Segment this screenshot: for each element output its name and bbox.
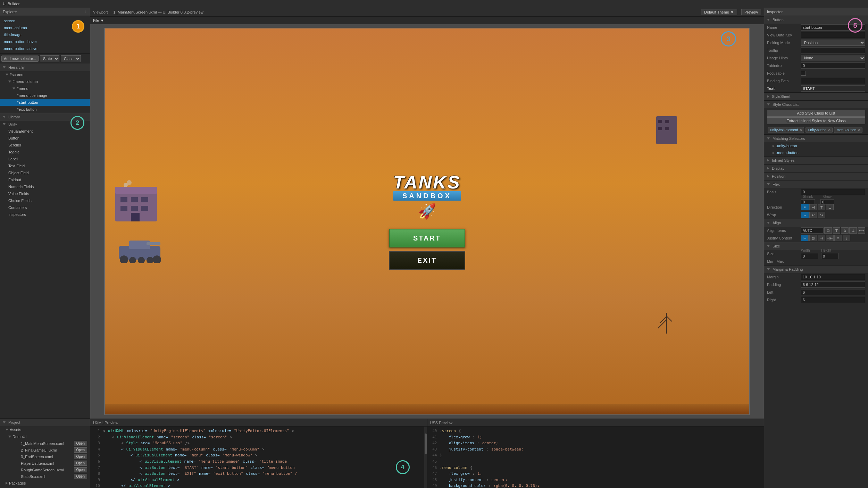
view-data-key-value[interactable] xyxy=(801,32,865,38)
library-text-field[interactable]: Text Field xyxy=(0,162,90,169)
tree-screen[interactable]: #screen xyxy=(0,71,90,78)
open-player-list-btn[interactable]: Open xyxy=(74,461,87,466)
padding-value[interactable]: 6 6 12 12 xyxy=(801,281,865,288)
align-center-btn[interactable]: ⊙ xyxy=(841,227,849,234)
position-header[interactable]: Position xyxy=(764,173,868,180)
class-dropdown[interactable]: Class xyxy=(61,55,81,62)
library-toggle[interactable]: Toggle xyxy=(0,149,90,155)
justify-end-btn[interactable]: ⊣ xyxy=(818,235,825,241)
stylesheet-header[interactable]: StyleSheet xyxy=(764,93,868,100)
binding-path-value[interactable] xyxy=(801,78,865,84)
file-player-list[interactable]: PlayerListItem.uxml Open xyxy=(0,460,90,466)
align-stretch-btn[interactable]: ⟺ xyxy=(858,227,865,234)
style-tag-menu-button[interactable]: .menu-button ✕ xyxy=(834,127,862,133)
start-button-game[interactable]: START xyxy=(389,229,465,247)
hierarchy-header[interactable]: Hierarchy xyxy=(0,64,90,71)
wrap-wrap-btn[interactable]: ↩ xyxy=(809,212,817,218)
margin-padding-header[interactable]: Margin & Padding xyxy=(764,266,868,273)
wrap-wrap-reverse-btn[interactable]: ↪ xyxy=(818,212,825,218)
justify-space-evenly-btn[interactable]: ⋮ xyxy=(843,235,850,241)
width-input[interactable] xyxy=(801,253,818,259)
explorer-menu-icon[interactable]: ⋮ xyxy=(83,9,87,14)
exit-button-game[interactable]: EXIT xyxy=(389,251,465,270)
file-stats-box[interactable]: StatsBox.uxml Open xyxy=(0,473,90,480)
wrap-nowrap-btn[interactable]: ↔ xyxy=(801,212,809,218)
project-assets[interactable]: Assets xyxy=(0,426,90,433)
justify-space-between-btn[interactable]: ⊣⊢ xyxy=(826,235,834,241)
align-items-value[interactable]: AUTO xyxy=(801,227,824,234)
focusable-checkbox[interactable] xyxy=(801,71,806,76)
tree-exit-button[interactable]: #exit-button xyxy=(0,106,90,113)
picking-mode-select[interactable]: Position xyxy=(801,40,865,46)
extract-styles-btn[interactable]: Extract Inlined Styles to New Class xyxy=(767,117,865,124)
display-header[interactable]: Display xyxy=(764,165,868,172)
open-rough-game-btn[interactable]: Open xyxy=(74,467,87,472)
matching-selectors-header[interactable]: Matching Selectors xyxy=(764,135,868,142)
remove-unity-button-tag[interactable]: ✕ xyxy=(828,128,831,132)
open-end-screen-btn[interactable]: Open xyxy=(74,454,87,459)
file-end-screen[interactable]: 3_EndScreen.uxml Open xyxy=(0,453,90,460)
dir-col-btn[interactable]: ⊤ xyxy=(818,204,825,210)
flex-basis-value[interactable]: 0 xyxy=(801,189,865,195)
file-menu-btn[interactable]: File ▼ xyxy=(93,18,104,23)
open-stats-box-btn[interactable]: Open xyxy=(74,474,87,479)
left-value[interactable]: 6 xyxy=(801,289,865,295)
align-start-btn[interactable]: ⊤ xyxy=(833,227,840,234)
project-header[interactable]: Project xyxy=(0,419,90,426)
selector-menu-button-hover[interactable]: .menu-button :hover xyxy=(1,38,89,45)
tree-menu-title-image[interactable]: #menu-title-image xyxy=(0,92,90,99)
flex-header[interactable]: Flex xyxy=(764,180,868,188)
margin-value[interactable]: 10 10 1 10 xyxy=(801,274,865,280)
matching-selector-unity-button[interactable]: .unity-button xyxy=(764,142,868,149)
right-value[interactable]: 6 xyxy=(801,297,865,303)
library-object-field[interactable]: Object Field xyxy=(0,169,90,176)
uxml-content[interactable]: 1 <ui:UXML xmlns:ui="UnityEngine.UIEleme… xyxy=(90,427,427,488)
add-style-class-btn[interactable]: Add Style Class to List xyxy=(767,110,865,117)
library-scroller[interactable]: Scroller xyxy=(0,142,90,149)
justify-start-btn[interactable]: ⊢ xyxy=(801,235,809,241)
selector-menu-button-active[interactable]: .menu-button :active xyxy=(1,45,89,52)
preview-button[interactable]: Preview xyxy=(741,9,761,15)
library-containers[interactable]: Containers xyxy=(0,204,90,211)
tooltip-value[interactable] xyxy=(801,47,865,53)
library-label[interactable]: Label xyxy=(0,155,90,162)
dir-col-reverse-btn[interactable]: ⊥ xyxy=(826,204,834,210)
uss-content[interactable]: 40 .screen { 41 flex-grow: 1; 42 align-i… xyxy=(427,427,764,488)
justify-center-btn[interactable]: ⊡ xyxy=(809,235,817,241)
library-choice-fields[interactable]: Choice Fields xyxy=(0,197,90,204)
tabindex-value[interactable]: 0 xyxy=(801,62,865,69)
file-rough-game[interactable]: RoughGameScreen.uxml Open xyxy=(0,466,90,473)
style-tag-unity-button[interactable]: .unity-button ✕ xyxy=(806,127,833,133)
library-numeric-fields[interactable]: Numeric Fields xyxy=(0,183,90,190)
library-foldout[interactable]: Foldout xyxy=(0,176,90,183)
align-end-btn[interactable]: ⊥ xyxy=(849,227,857,234)
project-unity[interactable]: Unity xyxy=(0,487,90,488)
remove-unity-text-tag[interactable]: ✕ xyxy=(799,128,802,132)
tree-menu[interactable]: #menu xyxy=(0,85,90,92)
tree-start-button[interactable]: #start-button xyxy=(0,99,90,106)
remove-menu-button-tag[interactable]: ✕ xyxy=(858,128,861,132)
align-header[interactable]: Align xyxy=(764,219,868,227)
align-auto-btn[interactable]: ⊡ xyxy=(824,227,832,234)
theme-dropdown-btn[interactable]: Default Theme ▼ xyxy=(701,9,737,15)
inlined-styles-header[interactable]: Inlined Styles xyxy=(764,157,868,164)
justify-space-around-btn[interactable]: ≡ xyxy=(834,235,842,241)
state-dropdown[interactable]: State xyxy=(40,55,59,62)
library-value-fields[interactable]: Value Fields xyxy=(0,190,90,197)
project-packages[interactable]: Packages xyxy=(0,480,90,487)
file-final-game[interactable]: 2_FinalGameUI.uxml Open xyxy=(0,447,90,453)
project-demoui[interactable]: DemoUI xyxy=(0,433,90,440)
library-inspectors[interactable]: Inspectors xyxy=(0,211,90,218)
add-selector-button[interactable]: Add new selector... xyxy=(1,56,39,62)
usage-hints-select[interactable]: None xyxy=(801,55,865,61)
uxml-scrollbar[interactable] xyxy=(424,427,427,488)
text-value[interactable]: START xyxy=(801,85,865,92)
library-button[interactable]: Button xyxy=(0,135,90,142)
tree-menu-column[interactable]: #menu-column xyxy=(0,78,90,85)
matching-selector-menu-button[interactable]: .menu-button xyxy=(764,149,868,156)
file-main-menu[interactable]: 1_MainMenuScreen.uxml Open xyxy=(0,440,90,447)
dir-row-btn[interactable]: ≡ xyxy=(801,204,809,210)
height-input[interactable] xyxy=(821,253,838,259)
style-class-list-header[interactable]: Style Class List xyxy=(764,101,868,108)
selector-title-image[interactable]: .title-image xyxy=(1,31,89,38)
